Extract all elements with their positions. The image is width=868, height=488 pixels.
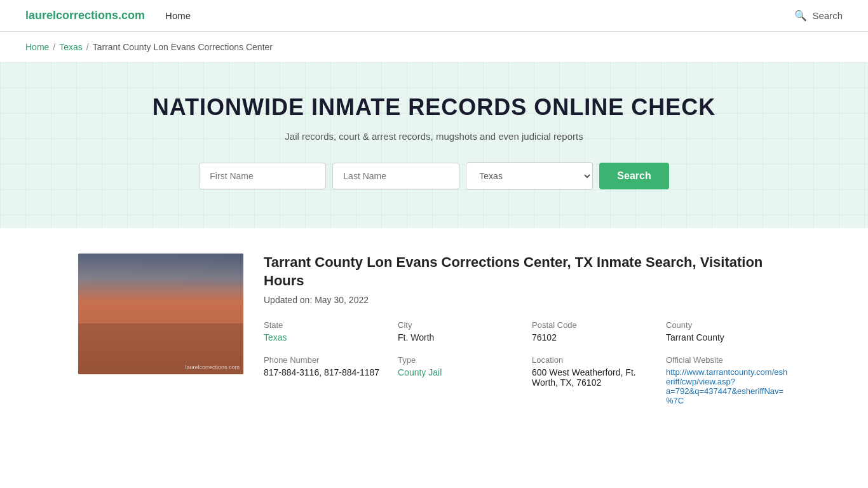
hero-subtitle: Jail records, court & arrest records, mu…	[13, 131, 855, 142]
state-select[interactable]: AlabamaAlaskaArizonaArkansasCaliforniaCo…	[466, 162, 593, 190]
breadcrumb-home[interactable]: Home	[25, 42, 49, 52]
city-cell: City Ft. Worth	[398, 320, 522, 342]
postal-label: Postal Code	[532, 320, 656, 330]
phone-value: 817-884-3116, 817-884-1187	[264, 367, 388, 377]
location-cell: Location 600 West Weatherford, Ft. Worth…	[532, 355, 656, 405]
facility-title: Tarrant County Lon Evans Corrections Cen…	[264, 254, 790, 290]
type-cell: Type County Jail	[398, 355, 522, 405]
website-cell: Official Website http://www.tarrantcount…	[666, 355, 790, 405]
last-name-input[interactable]	[332, 163, 459, 189]
breadcrumb-state[interactable]: Texas	[59, 42, 83, 52]
type-label: Type	[398, 355, 522, 365]
state-cell: State Texas	[264, 320, 388, 342]
hero-search-form: AlabamaAlaskaArizonaArkansasCaliforniaCo…	[13, 162, 855, 190]
building-overlay	[78, 254, 243, 374]
type-value[interactable]: County Jail	[398, 367, 522, 377]
county-cell: County Tarrant County	[666, 320, 790, 342]
postal-cell: Postal Code 76102	[532, 320, 656, 342]
site-logo[interactable]: laurelcorrections.com	[25, 9, 145, 22]
phone-cell: Phone Number 817-884-3116, 817-884-1187	[264, 355, 388, 405]
image-watermark: laurelcorrections.com	[185, 364, 240, 370]
city-value: Ft. Worth	[398, 332, 522, 342]
breadcrumb: Home / Texas / Tarrant County Lon Evans …	[0, 32, 868, 62]
hero-section: NATIONWIDE INMATE RECORDS ONLINE CHECK J…	[0, 62, 868, 228]
header-search-button[interactable]: 🔍 Search	[794, 10, 843, 22]
postal-value: 76102	[532, 332, 656, 342]
breadcrumb-current: Tarrant County Lon Evans Corrections Cen…	[93, 42, 273, 52]
phone-label: Phone Number	[264, 355, 388, 365]
breadcrumb-sep-1: /	[53, 42, 55, 52]
website-value[interactable]: http://www.tarrantcounty.com/esheriff/cw…	[666, 367, 790, 405]
state-label: State	[264, 320, 388, 330]
facility-image: laurelcorrections.com	[78, 254, 243, 374]
facility-info: Tarrant County Lon Evans Corrections Cen…	[264, 254, 790, 405]
location-label: Location	[532, 355, 656, 365]
nav-home-link[interactable]: Home	[165, 10, 191, 21]
site-header: laurelcorrections.com Home 🔍 Search	[0, 0, 868, 32]
header-left: laurelcorrections.com Home	[25, 9, 191, 22]
first-name-input[interactable]	[199, 163, 326, 189]
main-content: laurelcorrections.com Tarrant County Lon…	[53, 228, 815, 431]
breadcrumb-sep-2: /	[86, 42, 89, 52]
search-icon: 🔍	[794, 10, 807, 22]
location-value: 600 West Weatherford, Ft. Worth, TX, 761…	[532, 367, 656, 388]
county-value: Tarrant County	[666, 332, 790, 342]
header-search-label: Search	[812, 10, 843, 21]
hero-search-button[interactable]: Search	[599, 163, 668, 189]
county-label: County	[666, 320, 790, 330]
city-label: City	[398, 320, 522, 330]
state-value[interactable]: Texas	[264, 332, 388, 342]
facility-row: laurelcorrections.com Tarrant County Lon…	[78, 254, 790, 405]
info-grid: State Texas City Ft. Worth Postal Code 7…	[264, 320, 790, 405]
hero-title: NATIONWIDE INMATE RECORDS ONLINE CHECK	[13, 94, 855, 121]
website-label: Official Website	[666, 355, 790, 365]
updated-date: Updated on: May 30, 2022	[264, 295, 790, 305]
